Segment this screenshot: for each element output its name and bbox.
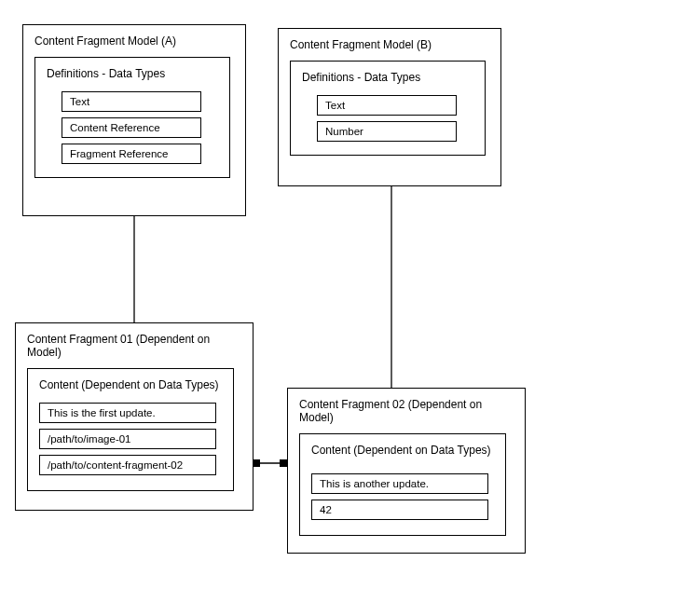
fragment-02-value-0: This is another update.	[311, 473, 488, 494]
fragment-02-value-1: 42	[311, 500, 488, 520]
fragment-02-box: Content Fragment 02 (Dependent on Model)…	[287, 388, 526, 554]
model-a-type-fragment-reference: Fragment Reference	[62, 144, 201, 164]
model-b-defs-title: Definitions - Data Types	[302, 71, 473, 84]
model-b-type-text: Text	[317, 95, 457, 116]
fragment-01-value-0: This is the first update.	[39, 403, 216, 423]
fragment-01-value-1: /path/to/image-01	[39, 429, 216, 449]
connector-node-left	[253, 459, 260, 467]
model-a-defs-title: Definitions - Data Types	[47, 67, 218, 80]
fragment-02-content-title: Content (Dependent on Data Types)	[311, 444, 494, 457]
model-b-defs-box: Definitions - Data Types Text Number	[290, 61, 486, 156]
diagram-canvas: Content Fragment Model (A) Definitions -…	[0, 0, 699, 616]
model-a-defs-box: Definitions - Data Types Text Content Re…	[34, 57, 230, 178]
fragment-02-title: Content Fragment 02 (Dependent on Model)	[299, 398, 514, 424]
model-a-type-text: Text	[62, 91, 201, 112]
fragment-01-box: Content Fragment 01 (Dependent on Model)…	[15, 322, 254, 511]
fragment-01-content-title: Content (Dependent on Data Types)	[39, 378, 222, 391]
model-b-title: Content Fragment Model (B)	[290, 38, 489, 51]
fragment-02-content-box: Content (Dependent on Data Types) This i…	[299, 433, 506, 536]
model-a-box: Content Fragment Model (A) Definitions -…	[22, 24, 246, 216]
fragment-01-content-box: Content (Dependent on Data Types) This i…	[27, 368, 234, 491]
connector-node-right	[280, 459, 287, 467]
model-b-type-number: Number	[317, 121, 457, 142]
fragment-01-title: Content Fragment 01 (Dependent on Model)	[27, 333, 241, 359]
model-a-title: Content Fragment Model (A)	[34, 34, 234, 48]
model-b-box: Content Fragment Model (B) Definitions -…	[278, 28, 501, 186]
fragment-01-value-2: /path/to/content-fragment-02	[39, 455, 216, 475]
model-a-type-content-reference: Content Reference	[62, 117, 201, 138]
